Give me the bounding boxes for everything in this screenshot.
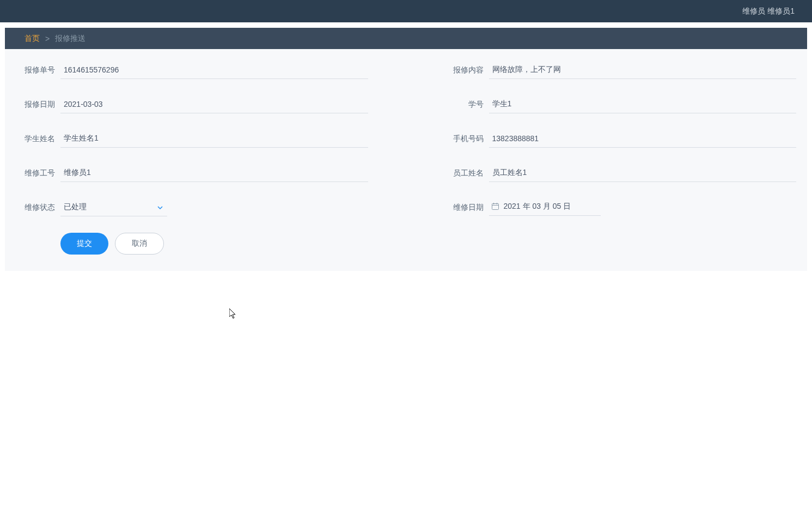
input-worker-id[interactable] <box>60 164 368 182</box>
date-picker-maintenance[interactable]: 2021 年 03 月 05 日 <box>489 199 601 216</box>
input-phone[interactable] <box>489 130 797 148</box>
input-student-id[interactable] <box>489 95 797 113</box>
select-repair-status-input[interactable] <box>60 198 167 216</box>
label-repair-status: 维修状态 <box>16 203 55 213</box>
row-student-id: 学号 <box>444 95 797 113</box>
row-phone: 手机号码 <box>444 130 797 148</box>
breadcrumb-current: 报修推送 <box>55 34 86 44</box>
content-panel: 报修单号 报修内容 报修日期 学号 学生姓名 手机号码 维修工号 <box>5 49 807 271</box>
form-grid: 报修单号 报修内容 报修日期 学号 学生姓名 手机号码 维修工号 <box>16 61 796 216</box>
row-student-name: 学生姓名 <box>16 130 368 148</box>
submit-button[interactable]: 提交 <box>60 233 108 255</box>
row-repair-status: 维修状态 <box>16 198 368 216</box>
select-repair-status[interactable] <box>60 198 167 216</box>
row-worker-id: 维修工号 <box>16 164 368 182</box>
label-repair-content: 报修内容 <box>444 65 484 75</box>
input-student-name[interactable] <box>60 130 368 148</box>
row-repair-content: 报修内容 <box>444 61 797 79</box>
input-repair-content[interactable] <box>489 61 797 79</box>
cancel-button[interactable]: 取消 <box>115 233 164 255</box>
top-header: 维修员 维修员1 <box>0 0 812 22</box>
calendar-icon <box>491 202 499 210</box>
breadcrumb-separator: > <box>45 34 50 43</box>
label-employee-name: 员工姓名 <box>444 168 484 178</box>
breadcrumb-home-link[interactable]: 首页 <box>25 34 40 44</box>
label-student-name: 学生姓名 <box>16 134 55 144</box>
input-repair-order[interactable] <box>60 61 368 79</box>
row-repair-order: 报修单号 <box>16 61 368 79</box>
label-worker-id: 维修工号 <box>16 168 55 178</box>
svg-rect-0 <box>492 204 498 210</box>
breadcrumb: 首页 > 报修推送 <box>5 28 807 49</box>
label-repair-date: 报修日期 <box>16 100 55 110</box>
input-repair-date[interactable] <box>60 95 368 113</box>
button-row: 提交 取消 <box>16 233 796 255</box>
input-employee-name[interactable] <box>489 164 797 182</box>
user-role: 维修员 <box>742 7 765 15</box>
label-maintenance-date: 维修日期 <box>444 203 484 213</box>
user-info[interactable]: 维修员 维修员1 <box>742 7 795 16</box>
user-name: 维修员1 <box>767 7 795 15</box>
maintenance-date-value: 2021 年 03 月 05 日 <box>504 202 571 211</box>
label-repair-order: 报修单号 <box>16 65 55 75</box>
cursor-icon <box>229 309 238 319</box>
row-maintenance-date: 维修日期 2021 年 03 月 05 日 <box>444 198 797 216</box>
label-student-id: 学号 <box>444 100 484 110</box>
row-repair-date: 报修日期 <box>16 95 368 113</box>
label-phone: 手机号码 <box>444 134 484 144</box>
row-employee-name: 员工姓名 <box>444 164 797 182</box>
